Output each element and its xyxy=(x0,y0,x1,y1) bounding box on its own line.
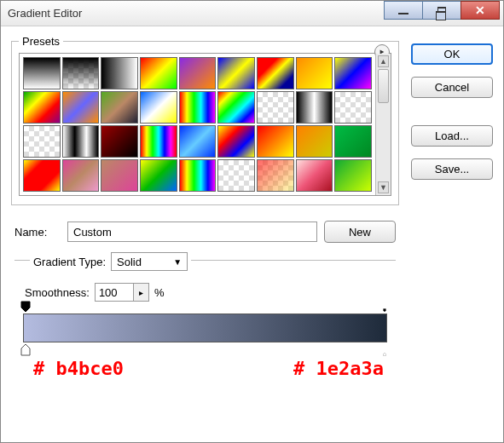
svg-marker-1 xyxy=(21,302,30,312)
chevron-down-icon: ▼ xyxy=(170,257,185,267)
preset-swatch[interactable] xyxy=(296,159,333,192)
preset-swatch[interactable] xyxy=(257,91,294,124)
gradient-editor-window: Gradient Editor ✕ Presets xyxy=(0,0,504,443)
scroll-down-icon[interactable]: ▼ xyxy=(378,181,389,193)
scroll-thumb[interactable] xyxy=(378,69,389,103)
annotation-right: # 1e2a3a xyxy=(293,358,384,379)
window-buttons: ✕ xyxy=(385,1,500,20)
preset-swatch[interactable] xyxy=(257,125,294,158)
opacity-stop-right[interactable] xyxy=(379,300,391,312)
color-stop-icon xyxy=(20,344,32,356)
preset-swatch[interactable] xyxy=(257,57,294,89)
color-stop-right[interactable] xyxy=(379,344,391,356)
svg-marker-4 xyxy=(384,353,386,356)
color-annotations: # b4bce0 # 1e2a3a xyxy=(33,358,384,379)
preset-swatch[interactable] xyxy=(62,91,100,124)
opacity-stop-icon xyxy=(379,308,391,312)
minimize-icon xyxy=(398,13,408,14)
scroll-up-icon[interactable]: ▲ xyxy=(378,55,389,67)
presets-area: ▲ ▼ xyxy=(19,53,391,196)
preset-swatch[interactable] xyxy=(334,125,372,158)
preset-swatch[interactable] xyxy=(217,159,255,192)
preset-swatch[interactable] xyxy=(62,57,100,89)
preset-swatch[interactable] xyxy=(334,91,372,124)
smoothness-flyout-icon[interactable]: ▸ xyxy=(133,284,148,301)
gradient-type-row: Gradient Type: Solid ▼ xyxy=(30,252,191,271)
preset-swatch[interactable] xyxy=(140,125,177,158)
preset-swatch[interactable] xyxy=(23,159,61,192)
ok-button[interactable]: OK xyxy=(411,43,493,65)
preset-swatch[interactable] xyxy=(62,159,100,192)
name-row: Name: New xyxy=(11,221,399,243)
preset-swatch[interactable] xyxy=(334,57,372,89)
preset-swatch[interactable] xyxy=(101,57,138,89)
restore-button[interactable] xyxy=(422,1,461,20)
gradient-type-select[interactable]: Solid ▼ xyxy=(111,252,188,271)
save-button[interactable]: Save... xyxy=(411,158,493,180)
color-stop-left[interactable] xyxy=(20,344,32,356)
preset-swatch[interactable] xyxy=(217,91,255,124)
gradient-section: Gradient Type: Solid ▼ Smoothness: ▸ % xyxy=(14,260,396,379)
preset-swatch[interactable] xyxy=(179,159,217,192)
preset-swatch[interactable] xyxy=(62,125,100,158)
titlebar[interactable]: Gradient Editor ✕ xyxy=(1,1,503,26)
preset-swatch[interactable] xyxy=(179,125,217,158)
preset-swatch[interactable] xyxy=(257,159,294,192)
left-column: Presets xyxy=(11,35,399,379)
smoothness-field[interactable]: ▸ xyxy=(95,283,149,302)
presets-group: Presets xyxy=(11,35,399,205)
opacity-stop-icon xyxy=(20,300,32,312)
preset-swatch[interactable] xyxy=(296,91,333,124)
preset-swatch[interactable] xyxy=(140,159,177,192)
smoothness-suffix: % xyxy=(154,286,165,299)
preset-swatch[interactable] xyxy=(101,125,138,158)
preset-swatch[interactable] xyxy=(140,91,177,124)
gradient-bar-wrap xyxy=(23,314,387,342)
gradient-preview-bar[interactable] xyxy=(23,314,387,342)
preset-swatch[interactable] xyxy=(23,91,61,124)
dialog-body: Presets xyxy=(1,26,503,379)
right-column: OK Cancel Load... Save... xyxy=(411,35,493,379)
load-button[interactable]: Load... xyxy=(411,125,493,147)
annotation-left: # b4bce0 xyxy=(33,358,124,379)
svg-marker-2 xyxy=(384,309,386,312)
preset-swatch[interactable] xyxy=(217,125,255,158)
preset-swatch[interactable] xyxy=(23,57,61,89)
preset-swatch[interactable] xyxy=(101,159,138,192)
gradient-type-value: Solid xyxy=(117,256,142,268)
restore-icon xyxy=(437,7,446,14)
cancel-button[interactable]: Cancel xyxy=(411,77,493,98)
window-title: Gradient Editor xyxy=(8,7,82,20)
preset-swatch[interactable] xyxy=(217,57,255,89)
presets-scrollbar[interactable]: ▲ ▼ xyxy=(375,54,391,195)
svg-marker-3 xyxy=(21,344,30,355)
preset-swatches xyxy=(20,54,375,195)
close-button[interactable]: ✕ xyxy=(461,1,500,20)
preset-swatch[interactable] xyxy=(334,159,372,192)
preset-swatch[interactable] xyxy=(101,91,138,124)
close-icon: ✕ xyxy=(475,3,485,17)
preset-swatch[interactable] xyxy=(179,57,217,89)
preset-swatch[interactable] xyxy=(296,57,333,89)
new-button[interactable]: New xyxy=(324,221,396,243)
presets-legend: Presets xyxy=(19,35,63,48)
gradient-type-label: Gradient Type: xyxy=(33,256,106,268)
opacity-stop-left[interactable] xyxy=(20,300,32,312)
minimize-button[interactable] xyxy=(384,1,423,20)
smoothness-label: Smoothness: xyxy=(25,286,90,299)
preset-swatch[interactable] xyxy=(23,125,61,158)
name-input[interactable] xyxy=(67,222,317,242)
name-label: Name: xyxy=(14,226,61,239)
preset-swatch[interactable] xyxy=(140,57,177,89)
smoothness-row: Smoothness: ▸ % xyxy=(25,283,396,302)
preset-swatch[interactable] xyxy=(296,125,333,158)
preset-swatch[interactable] xyxy=(179,91,217,124)
smoothness-input[interactable] xyxy=(96,284,133,301)
color-stop-icon xyxy=(379,353,391,356)
